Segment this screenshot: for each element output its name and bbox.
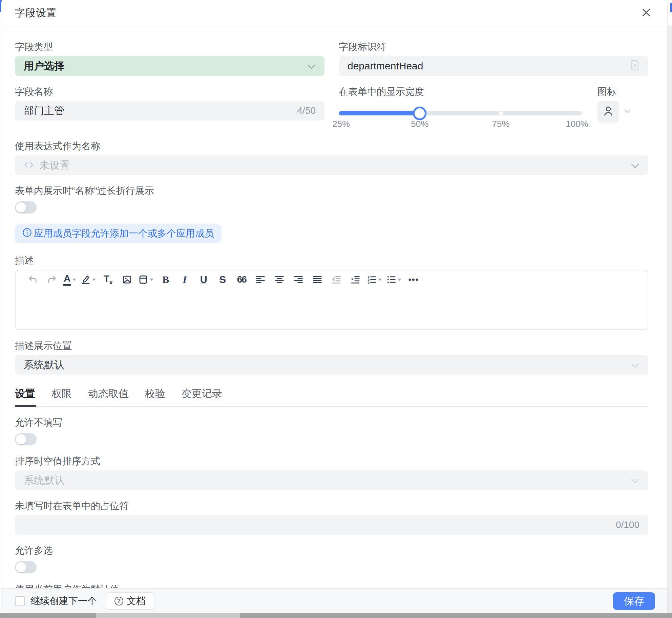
description-position-select[interactable]: 系统默认 — [15, 355, 648, 375]
caret-down-icon — [397, 277, 402, 282]
top-grid-row1: 字段类型 用户选择 字段标识符 departmentHead 1 — [15, 41, 648, 76]
tab-settings[interactable]: 设置 — [15, 387, 35, 401]
align-center-button[interactable] — [272, 272, 287, 287]
wrap-name-toggle[interactable] — [15, 201, 37, 214]
blockquote-icon: 66 — [237, 274, 246, 285]
tab-permissions[interactable]: 权限 — [51, 387, 72, 401]
redo-button[interactable] — [44, 272, 60, 287]
slider-fill — [339, 111, 420, 115]
redo-icon — [47, 274, 57, 285]
align-right-button[interactable] — [291, 272, 306, 287]
align-justify-button[interactable] — [310, 272, 325, 287]
field-type-label: 字段类型 — [15, 41, 324, 53]
more-button[interactable]: ••• — [406, 272, 421, 287]
table-button[interactable] — [138, 272, 154, 287]
field-type-value: 用户选择 — [24, 59, 64, 73]
font-color-icon: A — [63, 274, 71, 286]
slider-track[interactable] — [339, 111, 582, 115]
field-identifier-label: 字段标识符 — [339, 41, 648, 53]
field-settings-modal-page: 字段设置 字段类型 用户选择 — [0, 0, 672, 618]
unordered-list-button[interactable] — [386, 272, 402, 287]
info-icon — [22, 228, 32, 240]
field-name-value: 部门主管 — [24, 104, 64, 118]
placeholder-input[interactable]: 0/100 — [15, 515, 648, 535]
background-bottom-strip — [0, 613, 672, 618]
field-type-select[interactable]: 用户选择 — [15, 56, 324, 76]
field-name-input[interactable]: 部门主管 4/50 — [15, 101, 324, 120]
blockquote-button[interactable]: 66 — [234, 272, 249, 287]
clear-format-icon: Tx — [104, 273, 113, 286]
icon-picker-row — [597, 101, 648, 123]
continue-create-checkbox[interactable] — [15, 596, 25, 606]
tab-validation[interactable]: 校验 — [145, 387, 165, 401]
continue-create-group: 继续创建下一个 — [15, 595, 97, 608]
chevron-down-icon — [631, 159, 639, 171]
more-icon: ••• — [408, 275, 419, 284]
caret-down-icon — [378, 277, 382, 282]
code-icon — [24, 159, 34, 171]
align-left-button[interactable] — [253, 272, 268, 287]
underline-button[interactable]: U — [196, 272, 211, 287]
close-button[interactable] — [639, 6, 654, 21]
outdent-button[interactable] — [329, 272, 344, 287]
ordered-list-button[interactable]: 123 — [366, 272, 383, 287]
placeholder-group: 未填写时在表单中的占位符 0/100 — [15, 500, 648, 535]
description-group: 描述 ATxBIUS66123••• — [15, 255, 648, 330]
expression-select[interactable]: 未设置 — [15, 155, 648, 175]
display-width-label: 在表单中的显示宽度 — [339, 86, 582, 97]
docs-button-label: 文档 — [127, 595, 146, 608]
tabs-divider — [15, 406, 648, 407]
indent-button[interactable] — [348, 272, 363, 287]
chevron-down-icon[interactable] — [624, 109, 631, 115]
font-color-button[interactable]: A — [63, 272, 77, 287]
bold-button[interactable]: B — [158, 272, 173, 287]
dialog-title: 字段设置 — [15, 6, 57, 20]
toggle-knob — [16, 202, 26, 213]
icon-picker-label: 图标 — [597, 86, 648, 97]
docs-button[interactable]: ? 文档 — [106, 592, 154, 610]
undo-button[interactable] — [25, 272, 41, 287]
icon-picker-button[interactable] — [597, 101, 619, 123]
dialog-header: 字段设置 — [1, 0, 667, 26]
outdent-icon — [331, 274, 341, 285]
ordered-list-icon: 123 — [366, 274, 377, 285]
tab-change-log[interactable]: 变更记录 — [182, 387, 222, 401]
save-button[interactable]: 保存 — [613, 592, 655, 610]
bold-icon: B — [162, 274, 169, 285]
slider-tick-labels: 25% 50% 75% 100% — [339, 119, 582, 130]
empty-sort-value: 系统默认 — [24, 473, 64, 487]
description-label: 描述 — [15, 255, 648, 266]
empty-sort-label: 排序时空值排序方式 — [15, 456, 648, 467]
svg-text:3: 3 — [368, 281, 370, 284]
dialog-body: 字段类型 用户选择 字段标识符 departmentHead 1 — [1, 26, 667, 588]
close-icon — [641, 7, 651, 19]
highlight-button[interactable] — [81, 272, 97, 287]
icon-picker-group: 图标 — [597, 86, 648, 130]
empty-sort-select[interactable]: 系统默认 — [15, 470, 648, 490]
placeholder-label: 未填写时在表单中的占位符 — [15, 500, 648, 512]
unordered-list-icon — [386, 274, 396, 285]
field-identifier-input[interactable]: departmentHead 1 — [339, 56, 648, 76]
slider-handle[interactable] — [413, 107, 426, 120]
allow-multiple-toggle[interactable] — [15, 561, 37, 573]
tab-dynamic-value[interactable]: 动态取值 — [88, 387, 129, 401]
rich-text-content[interactable] — [16, 289, 648, 329]
indent-icon — [350, 274, 360, 285]
wrap-name-label: 表单内展示时“名称”过长折行展示 — [15, 185, 648, 197]
toggle-knob — [16, 434, 26, 444]
align-right-icon — [293, 274, 303, 285]
chevron-down-icon — [631, 474, 639, 486]
clear-format-button[interactable]: Tx — [100, 272, 116, 287]
image-button[interactable] — [119, 272, 135, 287]
field-name-counter: 4/50 — [297, 105, 316, 116]
member-field-info-banner: 应用成员字段允许添加一个或多个应用成员 — [15, 224, 222, 243]
italic-button[interactable]: I — [177, 272, 192, 287]
strikethrough-button[interactable]: S — [215, 272, 230, 287]
description-position-value: 系统默认 — [24, 358, 64, 372]
save-button-label: 保存 — [624, 594, 644, 608]
placeholder-counter: 0/100 — [616, 520, 639, 530]
field-type-group: 字段类型 用户选择 — [15, 41, 324, 76]
allow-empty-toggle[interactable] — [15, 433, 37, 445]
active-tab-indicator — [15, 405, 36, 407]
user-icon — [602, 105, 615, 119]
